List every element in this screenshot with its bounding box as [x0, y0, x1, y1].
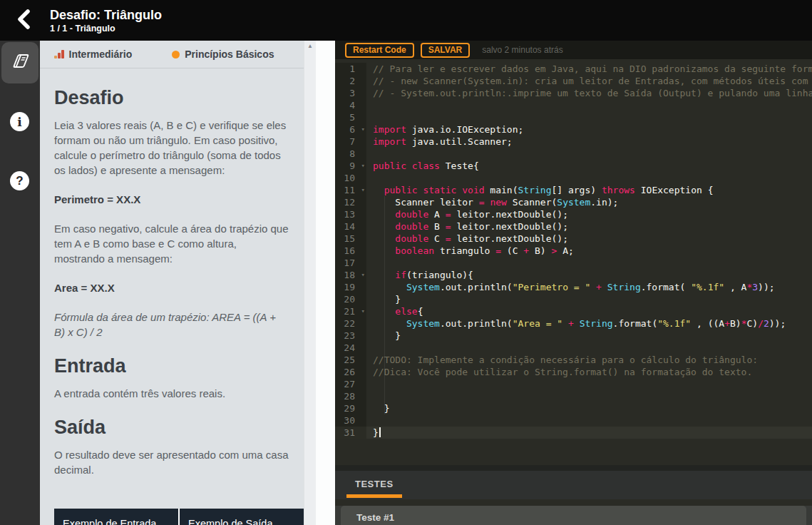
code-line[interactable]: 25//TODO: Implemente a condição necessár… — [335, 354, 812, 366]
table-header-cell: Exemplo de Saída — [180, 509, 304, 525]
line-number: 5 — [335, 111, 366, 123]
test-item-1[interactable]: Teste #1 — [341, 506, 806, 525]
fold-toggle-icon[interactable]: ▾ — [361, 160, 365, 172]
challenge-negative-case: Em caso negativo, calcule a área do trap… — [54, 221, 289, 266]
line-number: 29 — [335, 402, 366, 414]
code-line[interactable]: 29 } — [335, 402, 812, 414]
code-text: // - new Scanner(System.in): cria um lei… — [366, 75, 812, 87]
code-text — [366, 257, 373, 269]
code-text: else{ — [366, 305, 423, 317]
code-line[interactable]: 17 — [335, 257, 812, 269]
difficulty-bars-icon — [54, 50, 64, 58]
category-badge: Princípios Básicos — [172, 49, 274, 60]
code-line[interactable]: 24 — [335, 342, 812, 354]
line-number: 15 — [335, 233, 366, 245]
code-line[interactable]: 10 — [335, 172, 812, 184]
code-line[interactable]: 14 double B = leitor.nextDouble(); — [335, 220, 812, 233]
examples-table-header: Exemplo de EntradaExemplo de Saída — [54, 509, 304, 525]
code-text: boolean triangulo = (C + B) > A; — [366, 245, 574, 257]
code-editor[interactable]: 1// Para ler e escrever dados em Java, a… — [335, 59, 812, 465]
code-line[interactable]: 13 double A = leitor.nextDouble(); — [335, 208, 812, 220]
info-button[interactable]: i — [10, 112, 29, 131]
examples-table: Exemplo de EntradaExemplo de Saída — [54, 509, 304, 525]
code-line[interactable]: 3// - System.out.println:.imprime um tex… — [335, 87, 812, 99]
back-button[interactable] — [7, 4, 40, 37]
code-line[interactable]: 19 System.out.println("Perimetro = " + S… — [335, 281, 812, 293]
line-number: 28 — [335, 390, 366, 402]
challenge-title: Desafio — [54, 87, 289, 109]
code-text: } — [366, 427, 381, 439]
code-line[interactable]: 21▾ else{ — [335, 305, 812, 317]
code-text: //Dica: Você pode utilizar o String.form… — [366, 366, 752, 378]
line-number: 6▾ — [335, 123, 366, 136]
line-number: 17 — [335, 257, 366, 269]
title-block: Desafio: Triângulo 1 / 1 - Triângulo — [50, 7, 162, 34]
line-number: 11▾ — [335, 184, 366, 196]
code-text: // - System.out.println:.imprime um text… — [366, 87, 812, 99]
code-text — [366, 111, 373, 123]
scroll-up-icon[interactable]: ▲ — [304, 41, 316, 52]
code-line[interactable]: 9▾public class Teste{ — [335, 160, 812, 172]
output-text: O resultado deve ser apresentado com uma… — [54, 447, 289, 477]
code-line[interactable]: 4 — [335, 99, 812, 111]
code-text: } — [366, 402, 389, 414]
code-text — [366, 172, 373, 184]
code-line[interactable]: 31} — [335, 427, 812, 439]
fold-toggle-icon[interactable]: ▾ — [361, 123, 365, 136]
input-title: Entrada — [54, 355, 289, 377]
code-line[interactable]: 28 — [335, 390, 812, 402]
code-line[interactable]: 27 — [335, 378, 812, 390]
restart-code-button[interactable]: Restart Code — [345, 43, 414, 58]
code-text: double A = leitor.nextDouble(); — [366, 208, 568, 220]
meta-bar: Intermediário Princípios Básicos — [40, 41, 304, 68]
code-line[interactable]: 30 — [335, 414, 812, 427]
line-number: 24 — [335, 342, 366, 354]
code-line[interactable]: 20 } — [335, 293, 812, 305]
category-dot-icon — [172, 51, 180, 58]
line-number: 1 — [335, 63, 366, 75]
fold-toggle-icon[interactable]: ▾ — [361, 269, 365, 281]
content-tab-button[interactable] — [1, 42, 38, 83]
code-line[interactable]: 23 } — [335, 330, 812, 342]
fold-toggle-icon[interactable]: ▾ — [361, 184, 365, 196]
text-cursor — [379, 427, 381, 437]
help-button[interactable]: ? — [10, 171, 29, 190]
challenge-description-panel: Intermediário Princípios Básicos Desafio… — [40, 41, 304, 525]
code-line[interactable]: 8 — [335, 148, 812, 160]
description-scrollbar[interactable]: ▲ — [304, 41, 316, 525]
line-number: 21▾ — [335, 305, 366, 317]
fold-toggle-icon[interactable]: ▾ — [361, 305, 365, 317]
description-content: Desafio Leia 3 valores reais (A, B e C) … — [40, 68, 304, 525]
line-number: 23 — [335, 330, 366, 342]
tests-top-strip — [335, 465, 812, 471]
line-number: 27 — [335, 378, 366, 390]
code-line[interactable]: 26//Dica: Você pode utilizar o String.fo… — [335, 366, 812, 378]
difficulty-label: Intermediário — [69, 49, 133, 60]
input-text: A entrada contém três valores reais. — [54, 386, 289, 401]
app-root: Desafio: Triângulo 1 / 1 - Triângulo i — [0, 0, 812, 525]
perimeter-label: Perimetro = XX.X — [54, 193, 289, 205]
top-header: Desafio: Triângulo 1 / 1 - Triângulo — [0, 0, 812, 41]
save-button[interactable]: SALVAR — [421, 43, 471, 58]
code-line[interactable]: 1// Para ler e escrever dados em Java, a… — [335, 63, 812, 75]
area-label: Area = XX.X — [54, 282, 289, 294]
tests-tabbar: TESTES — [335, 471, 812, 499]
code-line[interactable]: 12 Scanner leitor = new Scanner(System.i… — [335, 196, 812, 208]
back-chevron-icon — [16, 9, 31, 33]
line-number: 9▾ — [335, 160, 366, 172]
line-number: 4 — [335, 99, 366, 111]
code-line[interactable]: 2// - new Scanner(System.in): cria um le… — [335, 75, 812, 87]
code-line[interactable]: 6▾import java.io.IOException; — [335, 123, 812, 136]
code-line[interactable]: 15 double C = leitor.nextDouble(); — [335, 233, 812, 245]
line-number: 10 — [335, 172, 366, 184]
tab-testes[interactable]: TESTES — [346, 471, 402, 498]
code-line[interactable]: 7import java.util.Scanner; — [335, 136, 812, 148]
line-number: 22 — [335, 317, 366, 330]
line-number: 18▾ — [335, 269, 366, 281]
code-line[interactable]: 11▾ public static void main(String[] arg… — [335, 184, 812, 196]
code-line[interactable]: 5 — [335, 111, 812, 123]
code-line[interactable]: 22 System.out.println("Area = " + String… — [335, 317, 812, 330]
code-line[interactable]: 18▾ if(triangulo){ — [335, 269, 812, 281]
code-line[interactable]: 16 boolean triangulo = (C + B) > A; — [335, 245, 812, 257]
line-number: 19 — [335, 281, 366, 293]
